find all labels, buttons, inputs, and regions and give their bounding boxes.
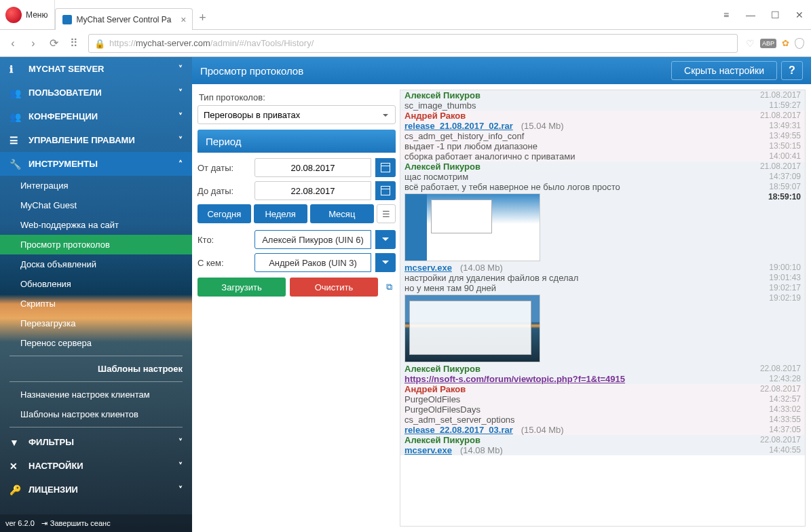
browser-tab[interactable]: MyChat Server Control Pa ×	[55, 8, 192, 30]
image-thumbnail[interactable]	[404, 193, 540, 261]
sidebar-section[interactable]: 🔑ЛИЦЕНЗИИ˅	[0, 478, 192, 501]
message-time: 19:01:43	[763, 273, 801, 283]
sidebar: ℹMYCHAT SERVER˅👥ПОЛЬЗОВАТЕЛИ˅👥КОНФЕРЕНЦИ…	[0, 57, 192, 532]
logout-button[interactable]: ⇥ Завершить сеанс	[41, 519, 111, 528]
message-time: 14:37:05	[763, 425, 801, 435]
message-line: 19:02:19	[404, 293, 801, 364]
whom-select[interactable]: Андрей Раков (UIN 3)	[254, 253, 371, 272]
easy-setup-icon[interactable]: ≡	[720, 10, 732, 20]
period-settings-button[interactable]: ☰	[377, 204, 396, 223]
window-controls: ≡ — ☐ ✕	[720, 0, 811, 29]
from-date-input[interactable]: 20.08.2017	[254, 158, 371, 177]
message-user: Андрей Раков	[404, 111, 466, 121]
message-line: mcserv.exe(14.08 Mb)14:40:55	[404, 445, 801, 455]
load-button[interactable]: Загрузить	[197, 278, 286, 297]
whom-label: С кем:	[197, 258, 250, 268]
speed-dial-icon[interactable]: ⠿	[68, 37, 80, 50]
message-time: 13:50:15	[763, 141, 801, 151]
message-line: cs_adm_get_history_info_conf13:49:55	[404, 131, 801, 141]
who-dropdown-button[interactable]	[375, 230, 396, 249]
message-block: Алексей Пикуров21.08.2017щас посмотрим14…	[400, 162, 805, 364]
to-date-label: До даты:	[197, 186, 250, 196]
section-icon: ▼	[10, 437, 22, 448]
tab-favicon-icon	[62, 15, 72, 24]
sidebar-item[interactable]: Web-поддержка на сайт	[0, 215, 192, 235]
message-user: Алексей Пикуров	[404, 364, 480, 374]
sidebar-item[interactable]: Интеграция	[0, 176, 192, 195]
url-protocol: https://	[109, 38, 136, 48]
chat-log[interactable]: Алексей Пикуров21.08.2017sc_image_thumbs…	[400, 90, 806, 527]
who-select[interactable]: Алексей Пикуров (UIN 6)	[254, 230, 371, 249]
message-time: 14:33:02	[763, 404, 801, 415]
message-text: сборка работает аналогично с приватами	[404, 151, 763, 162]
nav-forward-icon[interactable]: ›	[27, 37, 39, 50]
message-link[interactable]: mcserv.exe	[404, 445, 452, 455]
message-time: 19:02:17	[763, 283, 801, 293]
message-link[interactable]: https://nsoft-s.com/forum/viewtopic.php?…	[404, 374, 625, 384]
sidebar-section[interactable]: ☰УПРАВЛЕНИЕ ПРАВАМИ˅	[0, 128, 192, 152]
sidebar-item[interactable]: Скрипты	[0, 294, 192, 314]
chevron-down-icon: ˅	[178, 485, 183, 495]
nav-reload-icon[interactable]: ⟳	[48, 37, 60, 50]
message-time: 14:00:41	[763, 151, 801, 162]
abp-icon[interactable]: ABP	[760, 39, 776, 48]
clear-button[interactable]: Очистить	[290, 278, 378, 297]
sidebar-section[interactable]: ▼ФИЛЬТРЫ˅	[0, 430, 192, 454]
message-time: 14:33:55	[763, 415, 801, 425]
message-date: 22.08.2017	[760, 364, 801, 374]
templates-header: Шаблоны настроек	[0, 359, 192, 379]
nav-back-icon[interactable]: ‹	[7, 37, 19, 50]
sidebar-item[interactable]: Назначение настроек клиентам	[0, 385, 192, 404]
sidebar-footer: ver 6.2.0 ⇥ Завершить сеанс	[0, 514, 192, 532]
copy-button[interactable]: ⧉	[382, 278, 396, 297]
from-date-calendar-button[interactable]	[375, 158, 396, 177]
sidebar-item[interactable]: Шаблоны настроек клиентов	[0, 404, 192, 424]
sidebar-section[interactable]: 🔧ИНСТРУМЕНТЫ˄	[0, 152, 192, 176]
message-link[interactable]: mcserv.exe	[404, 263, 452, 273]
new-tab-button[interactable]: +	[193, 7, 213, 29]
sidebar-item[interactable]: Перезагрузка	[0, 314, 192, 333]
to-date-input[interactable]: 22.08.2017	[254, 181, 371, 200]
sidebar-section[interactable]: ✕НАСТРОЙКИ˅	[0, 454, 192, 478]
content-header: Просмотр протоколов Скрыть настройки ?	[192, 57, 811, 84]
whom-dropdown-button[interactable]	[375, 253, 396, 272]
hide-settings-button[interactable]: Скрыть настройки	[671, 61, 777, 80]
window-maximize-icon[interactable]: ☐	[769, 10, 781, 20]
url-path: /admin/#/navTools/History/	[210, 38, 314, 48]
sidebar-section[interactable]: 👥КОНФЕРЕНЦИИ˅	[0, 104, 192, 128]
image-thumbnail[interactable]	[404, 294, 540, 362]
message-line: cs_adm_set_server_options14:33:55	[404, 415, 801, 425]
extension-icon[interactable]: ✿	[782, 38, 789, 48]
tab-close-icon[interactable]: ×	[181, 14, 186, 25]
message-text: настройки для удаления файлов я сделал	[404, 273, 763, 283]
message-line: но у меня там 90 дней19:02:17	[404, 283, 801, 293]
message-block: Андрей Раков22.08.2017PurgeOldFiles14:32…	[400, 384, 805, 435]
month-button[interactable]: Месяц	[310, 204, 375, 223]
message-block: Алексей Пикуров22.08.2017mcserv.exe(14.0…	[400, 435, 805, 455]
browser-menu-button[interactable]: Меню	[26, 0, 55, 29]
sidebar-item[interactable]: Обновления	[0, 274, 192, 294]
content-area: Просмотр протоколов Скрыть настройки ? Т…	[192, 57, 811, 532]
browser-titlebar: Меню MyChat Server Control Pa × + ≡ — ☐ …	[0, 0, 811, 30]
message-link[interactable]: release_22.08.2017_03.rar	[404, 425, 513, 435]
today-button[interactable]: Сегодня	[197, 204, 251, 223]
message-link[interactable]: release_21.08.2017_02.rar	[404, 121, 513, 131]
protocol-type-select[interactable]: Переговоры в приватах	[197, 105, 396, 124]
sidebar-item[interactable]: Просмотр протоколов	[0, 235, 192, 254]
bookmark-icon[interactable]: ♡	[746, 38, 755, 49]
help-button[interactable]: ?	[781, 61, 803, 80]
sidebar-section[interactable]: ℹMYCHAT SERVER˅	[0, 57, 192, 81]
window-minimize-icon[interactable]: —	[744, 10, 757, 20]
message-user: Алексей Пикуров	[404, 90, 480, 100]
to-date-calendar-button[interactable]	[375, 181, 396, 200]
week-button[interactable]: Неделя	[254, 204, 307, 223]
shield-icon[interactable]	[795, 38, 804, 49]
sidebar-item[interactable]: Перенос сервера	[0, 333, 192, 353]
window-close-icon[interactable]: ✕	[793, 10, 806, 20]
sidebar-item[interactable]: MyChat Guest	[0, 195, 192, 215]
sidebar-section[interactable]: 👥ПОЛЬЗОВАТЕЛИ˅	[0, 81, 192, 104]
message-line: sc_image_thumbs11:59:27	[404, 100, 801, 111]
sidebar-item[interactable]: Доска объявлений	[0, 254, 192, 274]
address-bar: ‹ › ⟳ ⠿ 🔒 https://mychat-server.com/admi…	[0, 30, 811, 57]
url-input[interactable]: 🔒 https://mychat-server.com/admin/#/navT…	[88, 34, 738, 53]
